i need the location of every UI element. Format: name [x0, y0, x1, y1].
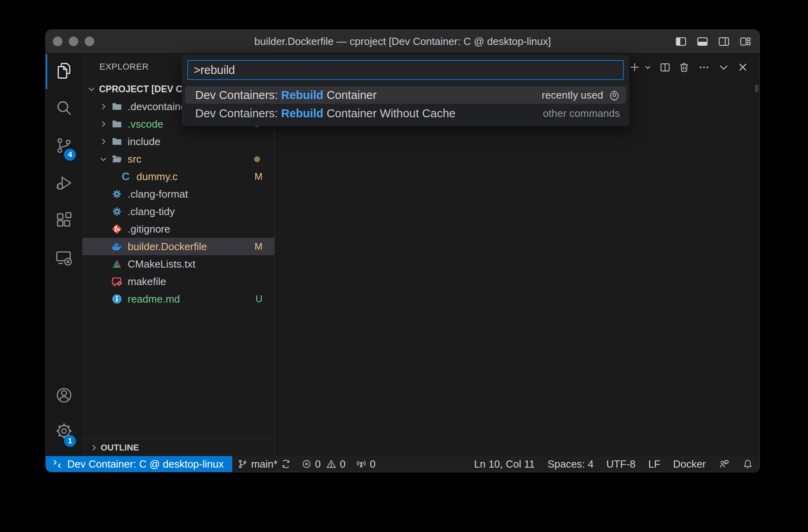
tree-item-clang-format[interactable]: .clang-format: [82, 185, 274, 203]
tree-item-include[interactable]: include: [82, 133, 274, 150]
tree-item-label: readme.md: [128, 293, 180, 305]
remote-explorer-icon: [55, 249, 73, 268]
command-result-rebuild-without-cache[interactable]: Dev Containers: Rebuild Container Withou…: [185, 105, 626, 122]
tree-item-readme[interactable]: readme.md U: [82, 290, 274, 308]
sidebar-item-run-debug[interactable]: [46, 165, 82, 202]
tree-item-label: .devcontainer: [128, 101, 190, 113]
tree-item-label: include: [128, 136, 160, 148]
command-result-rebuild-container[interactable]: Dev Containers: Rebuild Container recent…: [185, 86, 626, 104]
more-actions-button[interactable]: [696, 59, 712, 75]
tree-item-cmakelists[interactable]: CMakeLists.txt: [82, 255, 274, 273]
screen: builder.Dockerfile — cproject [Dev Conta…: [0, 0, 808, 532]
outline-section[interactable]: OUTLINE: [82, 439, 274, 456]
language-mode[interactable]: Docker: [667, 458, 712, 470]
eol-setting[interactable]: LF: [642, 458, 666, 470]
tree-item-gitignore[interactable]: .gitignore: [82, 220, 274, 238]
ports-count: 0: [370, 458, 375, 470]
tree-item-label: src: [128, 153, 142, 165]
makefile-icon: [111, 276, 123, 287]
cursor-label: Ln 10, Col 11: [474, 458, 535, 470]
tree-item-src[interactable]: src: [82, 150, 274, 168]
encoding-setting[interactable]: UTF-8: [600, 458, 642, 470]
sidebar-item-source-control[interactable]: 4: [46, 128, 82, 165]
result-meta: other commands: [543, 107, 620, 120]
git-untracked-badge: U: [256, 293, 262, 305]
folder-icon: [111, 136, 123, 148]
settings-button[interactable]: 1: [46, 414, 82, 450]
chevron-down-icon: [98, 154, 109, 164]
result-meta: recently used: [542, 89, 603, 101]
folder-icon: [111, 118, 123, 130]
terminal-dropdown-chevron-icon[interactable]: [643, 59, 653, 75]
toggle-panel-icon[interactable]: [697, 36, 708, 47]
cmake-icon: [111, 258, 123, 270]
gear-file-icon: [111, 206, 123, 217]
tree-item-label: .gitignore: [128, 223, 170, 235]
scrollbar-thumb[interactable]: [755, 85, 758, 92]
result-highlight: Rebuild: [281, 107, 323, 120]
panel-toolbar: [627, 59, 751, 75]
tree-item-builder-dockerfile[interactable]: builder.Dockerfile M: [82, 238, 274, 255]
minimize-window-button[interactable]: [69, 37, 78, 46]
toggle-secondary-sidebar-icon[interactable]: [719, 36, 729, 47]
result-highlight: Rebuild: [281, 89, 323, 102]
git-modified-badge: M: [254, 241, 262, 252]
c-file-icon: C: [120, 171, 132, 183]
branch-status[interactable]: main*: [232, 458, 296, 470]
radio-tower-icon: [356, 459, 367, 470]
result-suffix: Container Without Cache: [323, 107, 455, 120]
notifications-button[interactable]: [736, 459, 759, 470]
tree-item-label: .clang-format: [128, 188, 188, 200]
bell-icon: [742, 459, 753, 470]
gear-file-icon: [111, 188, 123, 200]
tree-item-label: CMakeLists.txt: [128, 258, 196, 270]
sidebar-item-extensions[interactable]: [46, 202, 82, 240]
sidebar-item-remote-explorer[interactable]: [46, 240, 82, 277]
tree-item-label: makefile: [128, 276, 166, 288]
tree-item-label: builder.Dockerfile: [128, 241, 207, 253]
error-count: 0: [315, 458, 320, 470]
account-button[interactable]: [46, 378, 82, 414]
configure-keybinding-gear-icon[interactable]: [609, 89, 620, 101]
zoom-window-button[interactable]: [85, 37, 94, 46]
error-icon: [301, 459, 312, 469]
chevron-right-icon: [98, 119, 109, 129]
files-icon: [55, 62, 73, 82]
status-bar: Dev Container: C @ desktop-linux main* 0…: [46, 456, 759, 472]
kill-terminal-button[interactable]: [676, 59, 692, 75]
tree-item-dummy-c[interactable]: C dummy.c M: [82, 168, 274, 185]
tree-item-clang-tidy[interactable]: .clang-tidy: [82, 203, 274, 220]
close-window-button[interactable]: [53, 37, 62, 46]
toggle-primary-sidebar-icon[interactable]: [676, 36, 686, 47]
extensions-icon: [55, 211, 73, 231]
problems-status[interactable]: 0 0: [296, 458, 351, 470]
customize-layout-icon[interactable]: [740, 36, 751, 47]
tree-item-makefile[interactable]: makefile: [82, 273, 274, 290]
language-label: Docker: [673, 458, 706, 470]
split-terminal-button[interactable]: [657, 59, 673, 75]
feedback-icon: [719, 458, 730, 470]
sidebar-item-explorer[interactable]: [46, 53, 82, 90]
outline-label: OUTLINE: [101, 443, 139, 453]
git-branch-icon: [237, 459, 248, 469]
close-panel-button[interactable]: [735, 59, 751, 75]
result-suffix: Container: [323, 89, 377, 102]
command-input[interactable]: [188, 64, 623, 77]
restore-panel-chevron-icon[interactable]: [716, 59, 732, 75]
indent-label: Spaces: 4: [548, 458, 594, 470]
cursor-position[interactable]: Ln 10, Col 11: [468, 458, 541, 470]
chevron-right-icon: [98, 101, 109, 112]
tree-item-label: .clang-tidy: [128, 206, 175, 218]
window-title: builder.Dockerfile — cproject [Dev Conta…: [46, 35, 759, 48]
remote-indicator[interactable]: Dev Container: C @ desktop-linux: [46, 456, 232, 472]
window-controls: [53, 30, 94, 53]
folder-open-icon: [111, 153, 123, 165]
feedback-button[interactable]: [712, 458, 736, 470]
eol-label: LF: [648, 458, 660, 470]
folder-icon: [111, 101, 123, 113]
sidebar-item-search[interactable]: [46, 90, 82, 128]
git-status-dot: [254, 156, 260, 162]
ports-status[interactable]: 0: [351, 458, 381, 470]
indentation-setting[interactable]: Spaces: 4: [541, 458, 600, 470]
settings-notification-badge: 1: [64, 435, 76, 447]
